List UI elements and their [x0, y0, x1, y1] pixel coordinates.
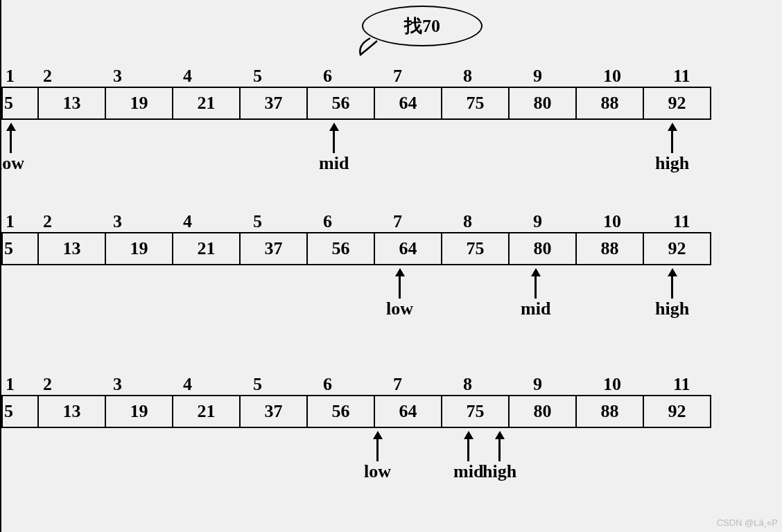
index-label: 2 [40, 374, 110, 395]
array-cell: 21 [173, 88, 241, 118]
array-cell: 75 [442, 233, 510, 264]
array-cell: 64 [375, 396, 442, 427]
array-cell: 64 [375, 88, 442, 118]
index-label: 8 [460, 374, 530, 395]
index-label: 6 [320, 374, 390, 395]
array-cell: 37 [241, 396, 308, 427]
arrow-up-icon [6, 123, 16, 131]
index-label: 9 [530, 211, 600, 232]
index-label: 4 [180, 66, 250, 87]
array-cell: 5 [3, 233, 39, 264]
array-cell: 5 [3, 88, 39, 118]
array-cell: 56 [308, 396, 375, 427]
step-2: 1234567891011513192137566475808892lowmid… [1, 211, 740, 265]
low-pointer: low [364, 431, 391, 482]
high-pointer: high [483, 431, 516, 482]
arrow-stem [498, 439, 501, 461]
index-label: 10 [600, 374, 670, 395]
array-cell: 37 [241, 233, 308, 264]
array-cell: 21 [173, 233, 241, 264]
arrow-up-icon [395, 268, 405, 276]
index-row: 1234567891011 [3, 374, 740, 395]
array-cell: 5 [3, 396, 39, 427]
index-label: 11 [670, 211, 740, 232]
array-cell: 19 [106, 88, 173, 118]
index-label: 3 [110, 374, 180, 395]
arrow-up-icon [531, 268, 541, 276]
value-row: 513192137566475808892 [1, 395, 711, 428]
array-cell: 88 [577, 233, 644, 264]
low-pointer: low [386, 268, 413, 319]
index-label: 5 [250, 211, 320, 232]
pointer-label: high [655, 153, 689, 174]
step-1: 1234567891011513192137566475808892lowmid… [1, 66, 740, 120]
array-cell: 19 [106, 233, 173, 264]
arrow-stem [671, 131, 673, 153]
index-label: 7 [390, 66, 460, 87]
index-label: 8 [460, 66, 530, 87]
index-label: 3 [110, 211, 180, 232]
index-label: 10 [600, 211, 670, 232]
index-label: 1 [3, 66, 40, 87]
array-cell: 64 [375, 233, 442, 264]
arrow-up-icon [668, 268, 677, 276]
arrow-stem [333, 131, 335, 153]
arrow-stem [399, 276, 401, 299]
array-cell: 13 [39, 233, 106, 264]
index-label: 11 [670, 374, 740, 395]
pointer-label: mid [453, 461, 483, 482]
mid-pointer: mid [521, 268, 550, 319]
index-label: 6 [320, 66, 390, 87]
array-cell: 75 [442, 396, 510, 427]
index-label: 7 [390, 211, 460, 232]
index-label: 8 [460, 211, 530, 232]
pointer-label: low [0, 153, 24, 174]
index-label: 9 [530, 66, 600, 87]
index-label: 5 [250, 66, 320, 87]
arrow-up-icon [464, 431, 473, 439]
high-pointer: high [655, 123, 689, 174]
arrow-up-icon [373, 431, 383, 439]
arrow-up-icon [668, 123, 677, 131]
low-pointer: low [0, 123, 24, 174]
index-label: 7 [390, 374, 460, 395]
arrow-stem [535, 276, 537, 299]
watermark: CSDN @Lä¸«P [717, 517, 778, 528]
index-label: 4 [180, 374, 250, 395]
pointer-label: low [364, 461, 391, 482]
value-row: 513192137566475808892 [1, 232, 711, 265]
array-cell: 92 [644, 88, 710, 118]
index-label: 9 [530, 374, 600, 395]
pointer-label: high [483, 461, 516, 482]
arrow-up-icon [495, 431, 505, 439]
array-cell: 75 [442, 88, 510, 118]
arrow-up-icon [329, 123, 339, 131]
index-label: 11 [670, 66, 740, 87]
array-cell: 88 [577, 396, 644, 427]
value-row: 513192137566475808892 [1, 87, 711, 120]
bubble-text: 找70 [404, 14, 440, 38]
array-cell: 19 [106, 396, 173, 427]
high-pointer: high [655, 268, 689, 319]
arrow-stem [467, 439, 469, 461]
index-label: 3 [110, 66, 180, 87]
index-row: 1234567891011 [3, 66, 740, 87]
index-label: 6 [320, 211, 390, 232]
array-cell: 13 [39, 88, 106, 118]
array-cell: 37 [241, 88, 308, 118]
pointer-label: high [655, 299, 689, 319]
index-label: 4 [180, 211, 250, 232]
pointer-label: mid [521, 299, 550, 319]
step-3: 1234567891011513192137566475808892lowmid… [1, 374, 740, 428]
bubble-tail-icon [356, 37, 384, 57]
array-cell: 80 [510, 88, 577, 118]
array-cell: 13 [39, 396, 106, 427]
pointer-label: mid [319, 153, 349, 174]
array-cell: 21 [173, 396, 241, 427]
array-cell: 56 [308, 233, 375, 264]
index-label: 1 [3, 211, 40, 232]
arrow-stem [10, 131, 12, 153]
index-label: 5 [250, 374, 320, 395]
index-label: 2 [40, 66, 110, 87]
array-cell: 92 [644, 233, 710, 264]
